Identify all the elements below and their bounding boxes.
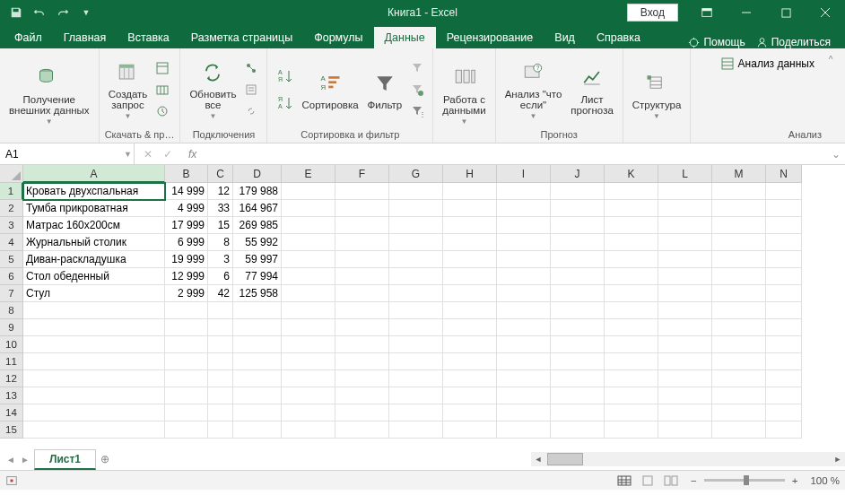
cell-H7[interactable] — [443, 285, 497, 302]
cell-A11[interactable] — [23, 353, 165, 370]
new-query-button[interactable]: Создать запрос ▼ — [105, 56, 152, 123]
scroll-right-icon[interactable]: ► — [831, 452, 845, 466]
properties-button[interactable] — [241, 80, 261, 100]
refresh-all-button[interactable]: Обновить все ▼ — [186, 56, 240, 123]
cell-K2[interactable] — [605, 200, 658, 217]
cell-C2[interactable]: 33 — [208, 200, 233, 217]
cell-B14[interactable] — [165, 404, 208, 421]
login-button[interactable]: Вход — [627, 4, 678, 22]
cell-I10[interactable] — [497, 336, 551, 353]
cell-J2[interactable] — [551, 200, 605, 217]
cell-H14[interactable] — [443, 404, 497, 421]
cell-F2[interactable] — [335, 200, 389, 217]
cell-M6[interactable] — [712, 268, 766, 285]
cell-G12[interactable] — [389, 370, 443, 387]
cell-D1[interactable]: 179 988 — [233, 183, 282, 200]
cell-K11[interactable] — [605, 353, 658, 370]
cell-D8[interactable] — [233, 302, 282, 319]
cell-I5[interactable] — [497, 251, 551, 268]
cell-J4[interactable] — [551, 234, 605, 251]
what-if-button[interactable]: ? Анализ "что если" ▼ — [501, 56, 566, 123]
cell-M9[interactable] — [712, 319, 766, 336]
menu-tab-формулы[interactable]: Формулы — [303, 27, 373, 48]
cell-D9[interactable] — [233, 319, 282, 336]
cell-D15[interactable] — [233, 421, 282, 439]
data-analysis-button[interactable]: Анализ данных — [715, 55, 820, 73]
save-icon[interactable] — [7, 4, 25, 22]
menu-tab-вид[interactable]: Вид — [544, 27, 586, 48]
cell-F3[interactable] — [335, 217, 389, 234]
cell-E5[interactable] — [282, 251, 335, 268]
col-header-L[interactable]: L — [658, 165, 712, 183]
redo-icon[interactable] — [54, 4, 72, 22]
hscroll-thumb[interactable] — [547, 453, 583, 465]
row-header-13[interactable]: 13 — [0, 387, 23, 404]
connections-button[interactable] — [241, 58, 261, 78]
menu-tab-разметка страницы[interactable]: Разметка страницы — [180, 27, 303, 48]
cell-D12[interactable] — [233, 370, 282, 387]
cell-K15[interactable] — [605, 421, 658, 439]
cell-F5[interactable] — [335, 251, 389, 268]
cell-N8[interactable] — [766, 302, 802, 319]
cell-M7[interactable] — [712, 285, 766, 302]
cell-C15[interactable] — [208, 421, 233, 439]
menu-tab-справка[interactable]: Справка — [586, 27, 651, 48]
record-macro-icon[interactable] — [5, 474, 18, 487]
data-tools-button[interactable]: Работа с данными ▼ — [439, 62, 489, 128]
cell-L14[interactable] — [658, 404, 712, 421]
col-header-B[interactable]: B — [165, 165, 208, 183]
cell-N15[interactable] — [766, 421, 802, 439]
cell-A7[interactable]: Стул — [23, 285, 165, 302]
cell-H2[interactable] — [443, 200, 497, 217]
cell-N9[interactable] — [766, 319, 802, 336]
cell-I14[interactable] — [497, 404, 551, 421]
cell-A6[interactable]: Стол обеденный — [23, 268, 165, 285]
cell-K7[interactable] — [605, 285, 658, 302]
cell-N12[interactable] — [766, 370, 802, 387]
tell-me[interactable]: Помощь — [688, 36, 745, 48]
cell-I11[interactable] — [497, 353, 551, 370]
cell-D2[interactable]: 164 967 — [233, 200, 282, 217]
cell-K8[interactable] — [605, 302, 658, 319]
cell-L6[interactable] — [658, 268, 712, 285]
cell-H9[interactable] — [443, 319, 497, 336]
cell-A5[interactable]: Диван-раскладушка — [23, 251, 165, 268]
cell-N3[interactable] — [766, 217, 802, 234]
cell-J7[interactable] — [551, 285, 605, 302]
row-header-2[interactable]: 2 — [0, 200, 23, 217]
cell-L15[interactable] — [658, 421, 712, 439]
clear-filter-button[interactable] — [407, 58, 427, 78]
zoom-level[interactable]: 100 % — [810, 475, 840, 486]
cell-J14[interactable] — [551, 404, 605, 421]
cell-D4[interactable]: 55 992 — [233, 234, 282, 251]
cell-N10[interactable] — [766, 336, 802, 353]
edit-links-button[interactable] — [241, 101, 261, 121]
cell-H3[interactable] — [443, 217, 497, 234]
cell-C6[interactable]: 6 — [208, 268, 233, 285]
cell-M11[interactable] — [712, 353, 766, 370]
cell-D13[interactable] — [233, 387, 282, 404]
row-header-4[interactable]: 4 — [0, 234, 23, 251]
undo-icon[interactable] — [30, 4, 48, 22]
name-box-input[interactable] — [5, 148, 128, 161]
zoom-slider-thumb[interactable] — [744, 475, 749, 485]
row-header-15[interactable]: 15 — [0, 421, 23, 439]
prev-sheet-icon[interactable]: ◄ — [4, 455, 18, 465]
cell-L10[interactable] — [658, 336, 712, 353]
cell-J1[interactable] — [551, 183, 605, 200]
cell-I4[interactable] — [497, 234, 551, 251]
cell-K4[interactable] — [605, 234, 658, 251]
col-header-E[interactable]: E — [282, 165, 335, 183]
show-queries-button[interactable] — [152, 58, 172, 78]
reapply-button[interactable] — [407, 80, 427, 100]
cell-I15[interactable] — [497, 421, 551, 439]
cell-B9[interactable] — [165, 319, 208, 336]
expand-formula-icon[interactable]: ⌄ — [827, 148, 845, 161]
cell-B4[interactable]: 6 999 — [165, 234, 208, 251]
cell-F15[interactable] — [335, 421, 389, 439]
qat-customize-icon[interactable]: ▼ — [77, 4, 95, 22]
col-header-F[interactable]: F — [335, 165, 389, 183]
cell-A3[interactable]: Матрас 160х200см — [23, 217, 165, 234]
cell-M8[interactable] — [712, 302, 766, 319]
cell-E2[interactable] — [282, 200, 335, 217]
